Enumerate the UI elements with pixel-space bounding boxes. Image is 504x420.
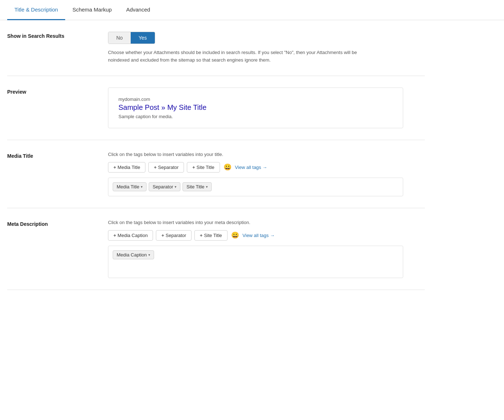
chevron-down-icon-4: ▾ [148, 253, 150, 257]
meta-description-content: Click on the tags below to insert variab… [108, 220, 425, 278]
chevron-down-icon-3: ▾ [206, 185, 208, 189]
preview-description: Sample caption for media. [118, 114, 393, 119]
media-title-pill[interactable]: Media Title ▾ [113, 182, 147, 191]
view-all-tags-link-desc[interactable]: View all tags → [243, 233, 275, 238]
tab-advanced[interactable]: Advanced [119, 0, 157, 20]
meta-description-section: Meta Description Click on the tags below… [7, 208, 425, 290]
toggle-group: No Yes [108, 32, 155, 44]
preview-label: Preview [7, 88, 101, 128]
main-content: Show in Search Results No Yes Choose whe… [0, 20, 432, 290]
media-title-content: Click on the tags below to insert variab… [108, 152, 425, 196]
add-media-title-button[interactable]: + Media Title [108, 162, 145, 173]
media-title-instruction: Click on the tags below to insert variab… [108, 152, 425, 157]
add-site-title-button[interactable]: + Site Title [187, 162, 220, 173]
plus-icon-5: + [161, 233, 164, 238]
plus-icon-6: + [200, 233, 203, 238]
no-button[interactable]: No [108, 32, 131, 44]
plus-icon-2: + [154, 165, 157, 170]
emoji-button-desc[interactable]: 😀 [230, 231, 240, 240]
preview-domain: mydomain.com [118, 97, 393, 102]
add-separator-button-2[interactable]: + Separator [156, 230, 192, 241]
meta-description-instruction: Click on the tags below to insert variab… [108, 220, 425, 225]
site-title-pill[interactable]: Site Title ▾ [183, 182, 212, 191]
chevron-down-icon-2: ▾ [175, 185, 176, 189]
add-separator-button[interactable]: + Separator [148, 162, 184, 173]
show-in-search-help: Choose whether your Attachments should b… [108, 49, 378, 64]
plus-icon-1: + [113, 165, 116, 170]
media-title-section: Media Title Click on the tags below to i… [7, 140, 425, 208]
preview-section: Preview mydomain.com Sample Post » My Si… [7, 76, 425, 140]
chevron-down-icon-1: ▾ [141, 185, 143, 189]
plus-icon-4: + [113, 233, 116, 238]
plus-icon-3: + [192, 165, 195, 170]
tab-schema-markup[interactable]: Schema Markup [65, 0, 119, 20]
preview-box: mydomain.com Sample Post » My Site Title… [108, 88, 403, 128]
show-in-search-content: No Yes Choose whether your Attachments s… [108, 32, 425, 64]
show-in-search-label: Show in Search Results [7, 32, 101, 64]
meta-description-label: Meta Description [7, 220, 101, 278]
media-title-label: Media Title [7, 152, 101, 196]
show-in-search-section: Show in Search Results No Yes Choose whe… [7, 20, 425, 76]
emoji-button-title[interactable]: 😀 [223, 162, 232, 172]
yes-button[interactable]: Yes [131, 32, 155, 44]
add-media-caption-button[interactable]: + Media Caption [108, 230, 153, 241]
meta-description-field[interactable]: Media Caption ▾ [108, 246, 403, 278]
tab-title-description[interactable]: Title & Description [7, 0, 65, 20]
tabs-bar: Title & Description Schema Markup Advanc… [0, 0, 504, 20]
media-title-tag-buttons: + Media Title + Separator + Site Title 😀… [108, 162, 425, 173]
preview-title: Sample Post » My Site Title [118, 103, 393, 112]
meta-description-tag-buttons: + Media Caption + Separator + Site Title… [108, 230, 425, 241]
media-caption-pill[interactable]: Media Caption ▾ [113, 250, 154, 259]
view-all-tags-link-title[interactable]: View all tags → [235, 165, 267, 170]
separator-pill[interactable]: Separator ▾ [149, 182, 180, 191]
media-title-field[interactable]: Media Title ▾ Separator ▾ Site Title ▾ [108, 178, 403, 196]
preview-content: mydomain.com Sample Post » My Site Title… [108, 88, 425, 128]
add-site-title-button-2[interactable]: + Site Title [194, 230, 227, 241]
